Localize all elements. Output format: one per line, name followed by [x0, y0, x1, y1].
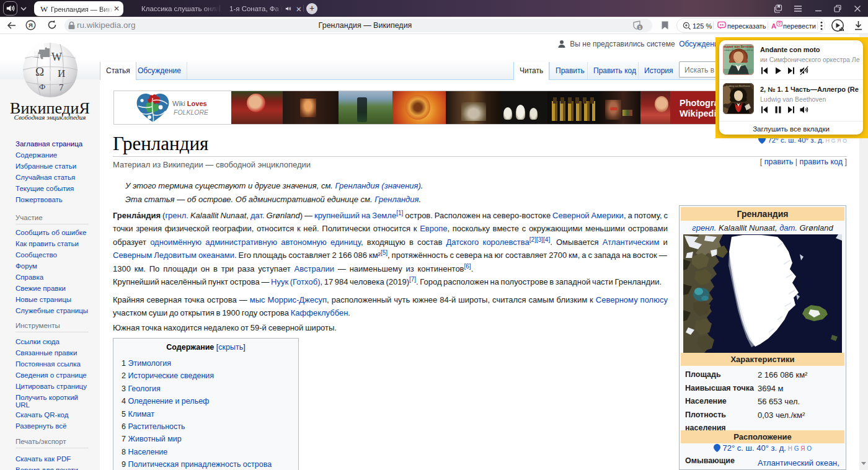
svg-text:Ф: Ф [39, 82, 45, 91]
svg-text:Я: Я [29, 22, 33, 29]
svg-text:И: И [58, 68, 65, 79]
svg-text:запись с Ленинграда: запись с Ленинграда [729, 73, 748, 75]
svg-text:Ω: Ω [35, 65, 44, 78]
svg-text:1: 1 [639, 25, 641, 30]
svg-text:Ludwig van Beethoven: Ludwig van Beethoven [727, 85, 750, 87]
svg-text:Людвиг ван Бетховен: Людвиг ван Бетховен [723, 45, 754, 48]
svg-text:7: 7 [59, 82, 64, 92]
svg-text:A: A [771, 22, 776, 30]
svg-text:W: W [51, 51, 62, 63]
